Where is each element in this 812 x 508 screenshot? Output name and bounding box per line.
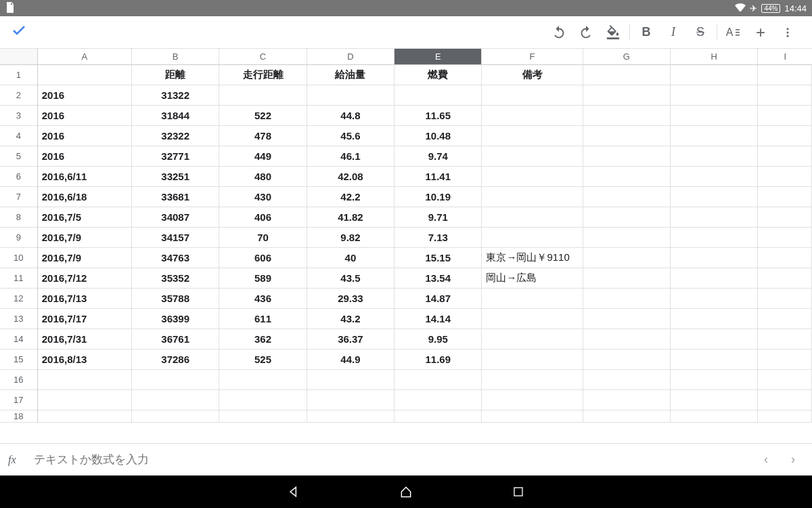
cell-E14[interactable]: 9.95 — [394, 329, 482, 350]
cell-E9[interactable]: 7.13 — [394, 228, 482, 248]
row-header-9[interactable]: 9 — [0, 228, 38, 248]
cell-F18[interactable] — [482, 410, 583, 423]
cell-H13[interactable] — [671, 309, 758, 329]
cell-G6[interactable] — [583, 167, 671, 187]
cell-E15[interactable]: 11.69 — [394, 350, 482, 370]
cell-F9[interactable] — [482, 228, 583, 248]
cell-I5[interactable] — [758, 146, 812, 167]
cell-E3[interactable]: 11.65 — [394, 106, 482, 126]
cell-H9[interactable] — [671, 228, 758, 248]
cell-E13[interactable]: 14.14 — [394, 309, 482, 329]
row-header-16[interactable]: 16 — [0, 370, 38, 390]
cell-F8[interactable] — [482, 207, 583, 228]
cell-A10[interactable]: 2016,7/9 — [38, 248, 132, 268]
cell-D8[interactable]: 41.82 — [307, 207, 394, 228]
column-header-E[interactable]: E — [394, 49, 482, 64]
fill-color-button[interactable] — [600, 19, 627, 46]
cell-A11[interactable]: 2016,7/12 — [38, 268, 132, 289]
cell-C6[interactable]: 480 — [219, 167, 307, 187]
cell-C18[interactable] — [219, 410, 307, 423]
cell-G7[interactable] — [583, 187, 671, 207]
cell-C15[interactable]: 525 — [219, 350, 307, 370]
cell-B4[interactable]: 32322 — [132, 126, 219, 146]
cell-I13[interactable] — [758, 309, 812, 329]
row-header-12[interactable]: 12 — [0, 289, 38, 309]
cell-E12[interactable]: 14.87 — [394, 289, 482, 309]
cell-B13[interactable]: 36399 — [132, 309, 219, 329]
cell-F10[interactable]: 東京→岡山￥9110 — [482, 248, 583, 268]
cell-H7[interactable] — [671, 187, 758, 207]
row-header-8[interactable]: 8 — [0, 207, 38, 228]
cell-E17[interactable] — [394, 390, 482, 410]
home-button[interactable] — [397, 483, 415, 501]
cell-B7[interactable]: 33681 — [132, 187, 219, 207]
cell-A15[interactable]: 2016,8/13 — [38, 350, 132, 370]
cell-H4[interactable] — [671, 126, 758, 146]
cell-H10[interactable] — [671, 248, 758, 268]
cell-D9[interactable]: 9.82 — [307, 228, 394, 248]
cell-G11[interactable] — [583, 268, 671, 289]
column-header-I[interactable]: I — [758, 49, 812, 64]
cell-I4[interactable] — [758, 126, 812, 146]
cell-I9[interactable] — [758, 228, 812, 248]
cell-F11[interactable]: 岡山→広島 — [482, 268, 583, 289]
spreadsheet-grid[interactable]: ABCDEFGHI 1 距離 走行距離 給油量 燃費 備考 2 2016 313… — [0, 49, 812, 459]
cell-F1[interactable]: 備考 — [482, 65, 583, 85]
cell-I8[interactable] — [758, 207, 812, 228]
cell-B18[interactable] — [132, 410, 219, 423]
cell-I12[interactable] — [758, 289, 812, 309]
row-header-4[interactable]: 4 — [0, 126, 38, 146]
select-all-corner[interactable] — [0, 49, 38, 64]
more-button[interactable] — [774, 19, 801, 46]
cell-C14[interactable]: 362 — [219, 329, 307, 350]
cell-H6[interactable] — [671, 167, 758, 187]
cell-C2[interactable] — [219, 85, 307, 106]
cell-H2[interactable] — [671, 85, 758, 106]
cell-F3[interactable] — [482, 106, 583, 126]
next-cell-button[interactable]: › — [782, 449, 804, 471]
cell-E1[interactable]: 燃費 — [394, 65, 482, 85]
prev-cell-button[interactable]: ‹ — [755, 449, 777, 471]
cell-A5[interactable]: 2016 — [38, 146, 132, 167]
insert-button[interactable]: + — [747, 19, 774, 46]
column-header-B[interactable]: B — [132, 49, 219, 64]
row-header-13[interactable]: 13 — [0, 309, 38, 329]
cell-E4[interactable]: 10.48 — [394, 126, 482, 146]
cell-I11[interactable] — [758, 268, 812, 289]
cell-F12[interactable] — [482, 289, 583, 309]
cell-B1[interactable]: 距離 — [132, 65, 219, 85]
cell-G1[interactable] — [583, 65, 671, 85]
cell-E5[interactable]: 9.74 — [394, 146, 482, 167]
cell-B15[interactable]: 37286 — [132, 350, 219, 370]
cell-D18[interactable] — [307, 410, 394, 423]
cell-E11[interactable]: 13.54 — [394, 268, 482, 289]
cell-G8[interactable] — [583, 207, 671, 228]
column-header-F[interactable]: F — [482, 49, 583, 64]
cell-F2[interactable] — [482, 85, 583, 106]
cell-A18[interactable] — [38, 410, 132, 423]
row-header-11[interactable]: 11 — [0, 268, 38, 289]
cell-I7[interactable] — [758, 187, 812, 207]
cell-D11[interactable]: 43.5 — [307, 268, 394, 289]
cell-A14[interactable]: 2016,7/31 — [38, 329, 132, 350]
cell-G15[interactable] — [583, 350, 671, 370]
cell-B5[interactable]: 32771 — [132, 146, 219, 167]
cell-D12[interactable]: 29.33 — [307, 289, 394, 309]
cell-C16[interactable] — [219, 370, 307, 390]
cell-B17[interactable] — [132, 390, 219, 410]
bold-button[interactable]: B — [633, 19, 660, 46]
cell-B3[interactable]: 31844 — [132, 106, 219, 126]
cell-C11[interactable]: 589 — [219, 268, 307, 289]
text-format-button[interactable]: A — [720, 19, 747, 46]
column-header-C[interactable]: C — [219, 49, 307, 64]
cell-C8[interactable]: 406 — [219, 207, 307, 228]
cell-I14[interactable] — [758, 329, 812, 350]
cell-A4[interactable]: 2016 — [38, 126, 132, 146]
row-header-10[interactable]: 10 — [0, 248, 38, 268]
cell-B6[interactable]: 33251 — [132, 167, 219, 187]
cell-F4[interactable] — [482, 126, 583, 146]
cell-G14[interactable] — [583, 329, 671, 350]
cell-A6[interactable]: 2016,6/11 — [38, 167, 132, 187]
cell-F6[interactable] — [482, 167, 583, 187]
cell-H1[interactable] — [671, 65, 758, 85]
